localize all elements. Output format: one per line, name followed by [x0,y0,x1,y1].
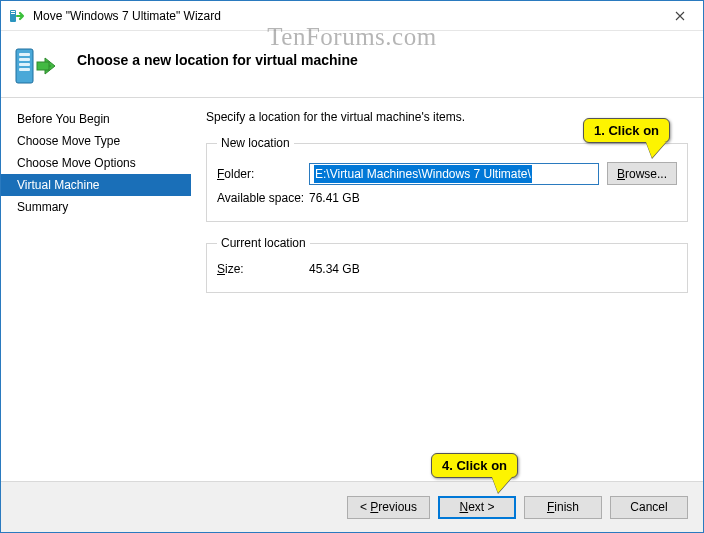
callout-1-text: 1. Click on [594,123,659,138]
new-location-legend: New location [217,136,294,150]
browse-button[interactable]: Browse... [607,162,677,185]
svg-rect-1 [11,11,15,12]
wizard-content: Specify a location for the virtual machi… [191,98,703,481]
svg-rect-4 [19,53,30,56]
cancel-button[interactable]: Cancel [610,496,688,519]
finish-button[interactable]: Finish [524,496,602,519]
folder-label: Folder: [217,167,309,181]
svg-rect-8 [37,62,49,70]
sidebar-item-summary[interactable]: Summary [1,196,191,218]
svg-rect-6 [19,63,30,66]
callout-4-text: 4. Click on [442,458,507,473]
wizard-header: Choose a new location for virtual machin… [1,31,703,97]
size-value: 45.34 GB [309,262,360,276]
titlebar: Move "Windows 7 Ultimate" Wizard [1,1,703,31]
callout-1: 1. Click on [583,118,670,143]
window-title: Move "Windows 7 Ultimate" Wizard [33,9,221,23]
folder-input-value: E:\Virtual Machines\Windows 7 Ultimate\ [314,165,532,183]
available-space-value: 76.41 GB [309,191,360,205]
available-space-label: Available space: [217,191,309,205]
folder-input[interactable]: E:\Virtual Machines\Windows 7 Ultimate\ [309,163,599,185]
callout-4: 4. Click on [431,453,518,478]
sidebar-item-choose-move-options[interactable]: Choose Move Options [1,152,191,174]
sidebar-item-before-you-begin[interactable]: Before You Begin [1,108,191,130]
svg-rect-7 [19,68,30,71]
size-label: Size: [217,262,309,276]
new-location-group: New location Folder: E:\Virtual Machines… [206,136,688,222]
callout-tail-icon [646,142,666,158]
callout-tail-icon [492,477,512,493]
svg-rect-2 [11,13,15,14]
wizard-window: Move "Windows 7 Ultimate" Wizard Choose … [0,0,704,533]
server-move-icon [13,44,61,86]
previous-button[interactable]: < Previous [347,496,430,519]
app-icon [9,8,25,24]
wizard-steps-sidebar: Before You Begin Choose Move Type Choose… [1,98,191,481]
svg-rect-5 [19,58,30,61]
next-button[interactable]: Next > [438,496,516,519]
current-location-group: Current location Size: 45.34 GB [206,236,688,293]
current-location-legend: Current location [217,236,310,250]
close-button[interactable] [657,1,703,31]
wizard-footer: < Previous Next > Finish Cancel [1,482,703,532]
sidebar-item-virtual-machine[interactable]: Virtual Machine [1,174,191,196]
sidebar-item-choose-move-type[interactable]: Choose Move Type [1,130,191,152]
wizard-body: Before You Begin Choose Move Type Choose… [1,97,703,482]
page-title: Choose a new location for virtual machin… [77,52,358,68]
